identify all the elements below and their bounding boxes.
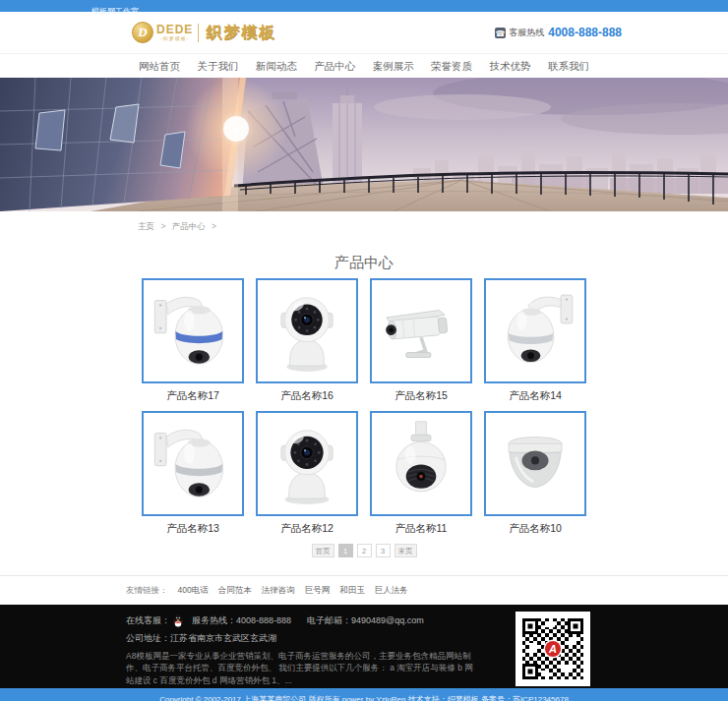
copyright-bar: Copyright © 2002-2017 上海某某商贸公司 版权所有 powe… (0, 688, 728, 701)
site-logo[interactable]: D DEDE -织梦模板- 织梦模板 (132, 22, 276, 43)
email-label: 电子邮箱： (307, 614, 351, 627)
nav-item-products[interactable]: 产品中心 (314, 54, 355, 78)
friend-link[interactable]: 和田玉 (339, 585, 365, 597)
service-hotline-label: 服务热线： (192, 614, 236, 627)
svg-text:A: A (548, 643, 557, 655)
nav-item-tech[interactable]: 技术优势 (490, 54, 531, 78)
hero-banner-city-image (0, 78, 728, 211)
pagination-last[interactable]: 末页 (394, 544, 417, 557)
friend-links-bar: 友情链接： 400电话 合同范本 法律咨询 巨号网 和田玉 巨人法务 (0, 575, 728, 605)
product-card[interactable]: 产品名称13 (142, 411, 244, 535)
logo-dede-block: DEDE -织梦模板- (156, 25, 193, 41)
product-card[interactable]: 产品名称12 (256, 411, 358, 535)
logo-coin-icon: D (132, 22, 153, 43)
breadcrumb: 主页 > 产品中心 > (0, 211, 728, 241)
qq-penguin-icon[interactable] (172, 614, 184, 627)
company-intro: A8模板网是一家专业从事企业营销策划、电子商务运营服务的公司，主要业务包含精品网… (126, 650, 478, 686)
product-name-link[interactable]: 产品名称10 (484, 521, 586, 535)
product-name-link[interactable]: 产品名称14 (484, 388, 586, 402)
product-grid: 产品名称17 产品名称16 (142, 278, 586, 535)
nav-item-home[interactable]: 网站首页 (139, 54, 180, 78)
friend-link[interactable]: 合同范本 (218, 585, 252, 597)
friend-link[interactable]: 巨号网 (305, 585, 331, 597)
hotline: ☎ 客服热线 4008-888-888 (495, 26, 622, 39)
product-name-link[interactable]: 产品名称13 (142, 521, 244, 535)
product-name-link[interactable]: 产品名称16 (256, 388, 358, 402)
qr-code: A (516, 612, 590, 686)
svg-text:☎: ☎ (496, 29, 506, 37)
product-image-bullet-camera-icon (370, 278, 472, 383)
nav-item-news[interactable]: 新闻动态 (256, 54, 297, 78)
nav-item-cases[interactable]: 案例展示 (373, 54, 414, 78)
hotline-label: 客服热线 (509, 27, 544, 39)
friend-link[interactable]: 巨人法务 (375, 585, 408, 597)
product-image-pan-tilt-camera-icon (256, 411, 358, 516)
logo-sub-text: -织梦模板- (156, 35, 193, 41)
logo-separator (198, 24, 199, 42)
product-name-link[interactable]: 产品名称17 (142, 388, 244, 402)
product-card[interactable]: 产品名称15 (370, 278, 472, 402)
product-card[interactable]: 产品名称16 (256, 278, 358, 402)
phone-icon: ☎ (495, 28, 506, 38)
product-image-ceiling-dome-camera-icon (484, 411, 586, 516)
product-name-link[interactable]: 产品名称15 (370, 388, 472, 402)
nav-item-about[interactable]: 关于我们 (197, 54, 238, 78)
header: D DEDE -织梦模板- 织梦模板 ☎ 客服热线 4008-888-888 (0, 12, 728, 54)
service-hotline-number: 4008-888-888 (236, 614, 291, 627)
nav-item-contact[interactable]: 联系我们 (548, 54, 589, 78)
studio-name: 模板网工作室 (91, 6, 139, 18)
pagination-page-1[interactable]: 1 (338, 544, 353, 557)
logo-text-cn: 织梦模板 (206, 23, 276, 43)
product-name-link[interactable]: 产品名称12 (256, 521, 358, 535)
product-image-wall-dome-camera-icon (142, 278, 244, 383)
friend-link[interactable]: 法律咨询 (262, 585, 295, 597)
breadcrumb-current[interactable]: 产品中心 (172, 221, 206, 231)
breadcrumb-home[interactable]: 主页 (138, 221, 154, 231)
product-card[interactable]: 产品名称17 (142, 278, 244, 402)
email-value: 9490489@qq.com (351, 614, 424, 627)
nav-item-honors[interactable]: 荣誉资质 (431, 54, 472, 78)
logo-dede-text: DEDE (156, 25, 193, 35)
pagination-page-3[interactable]: 3 (376, 544, 391, 557)
address-label: 公司地址： (126, 632, 170, 645)
product-card[interactable]: 产品名称14 (484, 278, 586, 402)
pagination: 首页 1 2 3 末页 (0, 544, 728, 558)
product-image-wall-dome-camera-icon (142, 411, 244, 516)
product-image-pole-dome-camera-icon (370, 411, 472, 516)
main-nav: 网站首页 关于我们 新闻动态 产品中心 案例展示 荣誉资质 技术优势 联系我们 (0, 54, 728, 78)
hotline-number: 4008-888-888 (548, 26, 622, 39)
top-bar: 模板网工作室 (0, 0, 728, 12)
product-card[interactable]: 产品名称10 (484, 411, 586, 535)
product-image-speed-dome-camera-icon (484, 278, 586, 383)
product-card[interactable]: 产品名称11 (370, 411, 472, 535)
pagination-page-2[interactable]: 2 (357, 544, 372, 557)
product-image-pan-tilt-camera-icon (256, 278, 358, 383)
online-service-label: 在线客服： (126, 614, 170, 627)
friend-link[interactable]: 400电话 (178, 585, 209, 597)
page-title: 产品中心 (0, 253, 728, 272)
breadcrumb-separator: > (212, 221, 216, 231)
product-name-link[interactable]: 产品名称11 (370, 521, 472, 535)
pagination-first[interactable]: 首页 (312, 544, 334, 557)
address-value: 江苏省南京市玄武区玄武湖 (170, 632, 276, 645)
friend-links-label: 友情链接： (126, 585, 168, 597)
breadcrumb-separator: > (160, 221, 165, 231)
copyright-text: Copyright © 2002-2017 上海某某商贸公司 版权所有 powe… (159, 695, 569, 701)
footer: 在线客服： 服务热线： 4008-888-888 电子邮箱： 9490489@q… (0, 605, 728, 688)
